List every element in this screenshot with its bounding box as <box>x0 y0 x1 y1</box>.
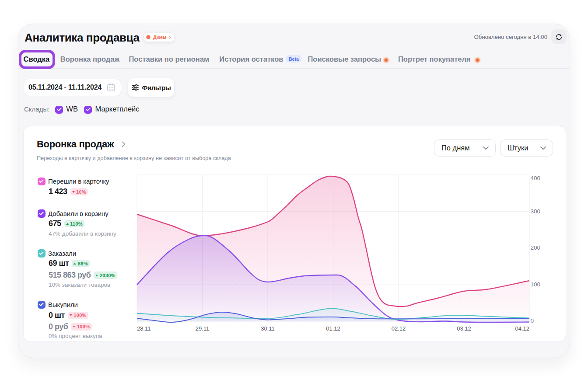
svg-text:04.12: 04.12 <box>515 325 529 332</box>
svg-text:28.11: 28.11 <box>137 325 151 332</box>
svg-text:30.11: 30.11 <box>261 325 275 332</box>
svg-text:02.12: 02.12 <box>392 325 406 332</box>
svg-text:100: 100 <box>531 281 541 288</box>
svg-text:29.11: 29.11 <box>196 325 210 332</box>
svg-text:01.12: 01.12 <box>326 325 340 332</box>
svg-text:200: 200 <box>531 244 541 251</box>
svg-text:300: 300 <box>531 208 541 215</box>
svg-text:400: 400 <box>531 175 541 181</box>
svg-text:03.12: 03.12 <box>457 325 471 332</box>
svg-text:0: 0 <box>531 317 534 324</box>
